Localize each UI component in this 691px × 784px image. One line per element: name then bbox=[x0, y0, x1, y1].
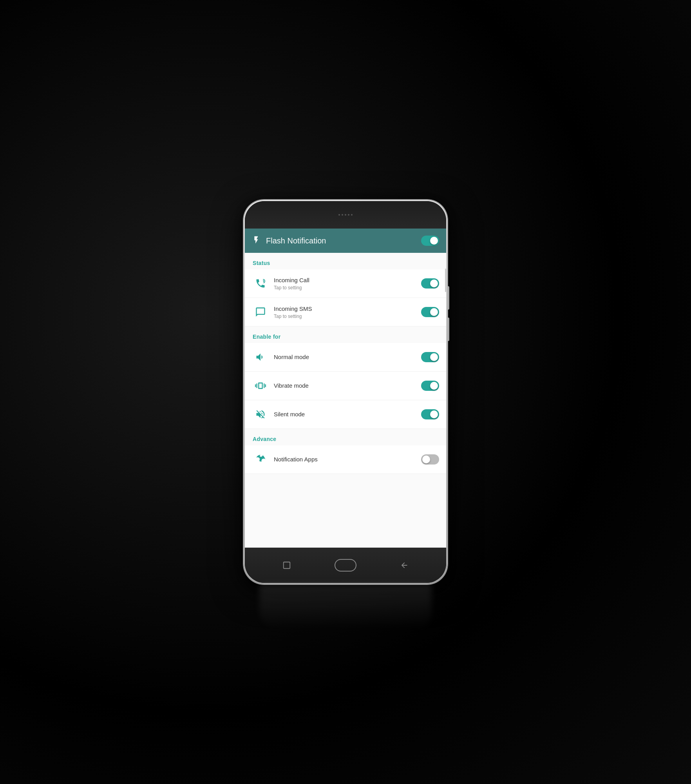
vibrate-mode-title: Vibrate mode bbox=[274, 382, 421, 390]
phone-device: Flash Notification Status bbox=[244, 200, 447, 584]
normal-mode-title: Normal mode bbox=[274, 353, 421, 361]
section-enable-header: Enable for bbox=[245, 327, 446, 343]
incoming-sms-title: Incoming SMS bbox=[274, 305, 421, 313]
settings-content: Status Incoming Call Tap to setting bbox=[245, 253, 446, 548]
incoming-sms-text: Incoming SMS Tap to setting bbox=[274, 305, 421, 319]
silent-mode-title: Silent mode bbox=[274, 410, 421, 418]
section-advance-header: Advance bbox=[245, 429, 446, 445]
silent-icon-wrap bbox=[252, 406, 269, 423]
normal-mode-toggle[interactable] bbox=[421, 352, 439, 362]
vibrate-mode-row[interactable]: Vibrate mode bbox=[245, 372, 446, 400]
notification-apps-row[interactable]: Notification Apps bbox=[245, 445, 446, 474]
incoming-call-title: Incoming Call bbox=[274, 276, 421, 284]
scrollbar bbox=[445, 253, 446, 548]
svg-point-0 bbox=[260, 459, 262, 461]
notification-apps-toggle[interactable] bbox=[421, 454, 439, 465]
incoming-call-subtitle: Tap to setting bbox=[274, 285, 421, 290]
incoming-sms-toggle[interactable] bbox=[421, 307, 439, 317]
vibrate-icon-wrap bbox=[252, 377, 269, 394]
incoming-sms-row[interactable]: Incoming SMS Tap to setting bbox=[245, 298, 446, 327]
apps-icon-wrap bbox=[252, 451, 269, 468]
phone-icon-wrap bbox=[252, 275, 269, 292]
vibrate-mode-toggle[interactable] bbox=[421, 381, 439, 391]
silent-mode-text: Silent mode bbox=[274, 410, 421, 418]
incoming-call-toggle[interactable] bbox=[421, 278, 439, 289]
speaker bbox=[338, 214, 353, 216]
back-button[interactable] bbox=[400, 561, 409, 570]
sms-icon-wrap bbox=[252, 303, 269, 321]
silent-mode-row[interactable]: Silent mode bbox=[245, 400, 446, 429]
normal-mode-row[interactable]: Normal mode bbox=[245, 343, 446, 372]
silent-mode-toggle[interactable] bbox=[421, 409, 439, 419]
section-status-header: Status bbox=[245, 253, 446, 269]
incoming-call-row[interactable]: Incoming Call Tap to setting bbox=[245, 269, 446, 298]
incoming-sms-subtitle: Tap to setting bbox=[274, 314, 421, 319]
svg-rect-1 bbox=[283, 562, 290, 569]
app-title: Flash Notification bbox=[266, 236, 421, 245]
flash-icon bbox=[252, 236, 260, 246]
recents-button[interactable] bbox=[282, 561, 291, 570]
app-header: Flash Notification bbox=[245, 229, 446, 253]
nav-bar bbox=[245, 548, 446, 583]
home-button[interactable] bbox=[335, 559, 356, 572]
normal-mode-text: Normal mode bbox=[274, 353, 421, 361]
vibrate-mode-text: Vibrate mode bbox=[274, 382, 421, 390]
volume-icon-wrap bbox=[252, 348, 269, 366]
main-toggle[interactable] bbox=[421, 236, 439, 246]
screen: Flash Notification Status bbox=[245, 229, 446, 548]
notification-apps-title: Notification Apps bbox=[274, 456, 421, 463]
phone-reflection bbox=[259, 584, 432, 631]
notification-apps-text: Notification Apps bbox=[274, 456, 421, 463]
top-bezel bbox=[245, 201, 446, 229]
incoming-call-text: Incoming Call Tap to setting bbox=[274, 276, 421, 290]
